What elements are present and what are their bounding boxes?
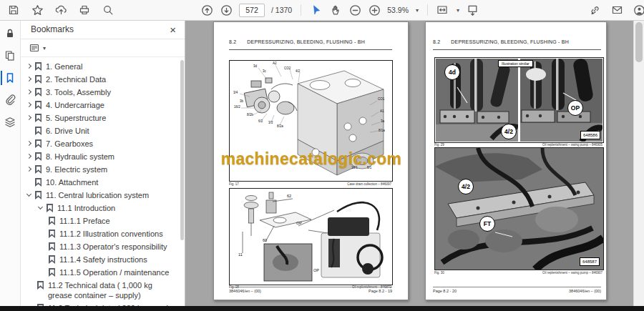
page-number-input[interactable] [239, 4, 265, 17]
zoom-in-icon[interactable] [368, 4, 381, 16]
chevron-right-icon[interactable] [25, 61, 34, 71]
sidebar-item-operators-responsibility[interactable]: 11.1.3 Operator's responsibility [25, 240, 177, 253]
figure-30: 4/2 FT 648587 [434, 147, 604, 270]
chevron-right-icon[interactable] [25, 74, 34, 84]
sidebar-item-technical-data[interactable]: 2. Technical Data [25, 73, 177, 86]
zoom-level-label[interactable]: 53.9% [387, 6, 409, 14]
previous-page-icon[interactable] [200, 4, 213, 16]
chevron-right-icon[interactable] [25, 87, 34, 97]
part-label: CO1 [378, 98, 384, 102]
section-number: 8.2 [433, 39, 440, 44]
sidebar-item-gearboxes[interactable]: 7. Gearboxes [25, 137, 177, 150]
viewer-scrollbar[interactable] [633, 20, 644, 306]
sidebar-item-general[interactable]: 1. General [25, 60, 177, 73]
zoom-dropdown-caret-icon[interactable]: ▾ [416, 7, 419, 14]
sidebar-item-preface[interactable]: 11.1.1 Preface [25, 214, 177, 227]
page-header: 8.2 DEPRESSURIZING, BLEEDING, FLUSHING -… [229, 39, 365, 44]
sidebar-item-electric-system[interactable]: 9. Electric system [25, 163, 177, 176]
bookmark-icon [35, 127, 42, 135]
bookmarks-scrollbar[interactable] [180, 60, 184, 240]
figure-title: Oil replenishment – swing pump – 846905 [542, 143, 602, 147]
toolbar-share-group [588, 0, 644, 20]
page-footer: 3846046/en – (00) Page 8.2 - 19 [229, 287, 392, 293]
sidebar-item-illustration-conventions[interactable]: 11.1.2 Illustration conventions [25, 227, 177, 240]
search-icon[interactable] [102, 4, 114, 16]
pdf-page-right: 8.2 DEPRESSURIZING, BLEEDING, FLUSHING -… [425, 21, 607, 300]
photo-id-badge: 648587 [580, 257, 600, 266]
part-label: 8/2b [247, 114, 253, 117]
part-label: A1 [380, 110, 384, 114]
watermark: machinecatalogic.com [210, 149, 413, 169]
next-page-icon[interactable] [220, 4, 233, 16]
page-number: Page 8.2 - 19 [369, 289, 392, 293]
attachments-icon[interactable] [1, 93, 19, 107]
figure-number: Fig. 17 [229, 182, 239, 186]
page-number: Page 8.2 - 20 [433, 289, 457, 293]
chevron-right-icon[interactable] [25, 164, 34, 174]
part-label: 8/1a [379, 129, 385, 133]
sidebar-item-undercarriage[interactable]: 4. Undercarriage [25, 99, 177, 112]
figure-29: 4d [434, 57, 604, 143]
email-icon[interactable] [610, 4, 623, 16]
protection-lock-icon[interactable] [1, 26, 19, 41]
bookmark-options-caret-icon[interactable]: ▾ [43, 45, 46, 51]
sidebar-rail [0, 20, 21, 306]
figure-title: Oil replenishment – swing pump – 846907 [542, 271, 602, 275]
figure-18: 62 OB OP 60 11 OP [229, 188, 393, 285]
print-icon[interactable] [78, 4, 91, 16]
sidebar-item-safety-instructions[interactable]: 11.1.4 Safety instructions [25, 253, 177, 266]
chevron-right-icon[interactable] [25, 152, 34, 162]
part-label: 3c [263, 70, 266, 74]
toolbar-divider [427, 4, 428, 16]
scroll-mode-icon[interactable] [466, 4, 479, 16]
bookmark-icon [35, 139, 42, 148]
main-content: Bookmarks × ▾ 1. General 2. Technical Da… [0, 20, 644, 306]
star-icon[interactable] [31, 4, 44, 16]
sidebar-item-introduction[interactable]: 11.1 Introduction [25, 202, 177, 214]
chevron-right-icon[interactable] [25, 113, 34, 123]
bookmark-icon [37, 281, 44, 290]
zoom-out-icon[interactable] [348, 4, 361, 16]
chevron-down-icon[interactable] [36, 203, 46, 213]
hand-tool-icon[interactable] [329, 4, 342, 16]
figure-title: Case drain collection – 846097 [347, 182, 391, 186]
sidebar-item-technical-data-1000kg[interactable]: 11.2 Technical data ( 1,000 kg grease co… [25, 279, 177, 302]
chevron-down-icon[interactable] [25, 190, 34, 200]
document-number: 3846046/en – (00) [229, 289, 261, 293]
sidebar-item-drive-unit[interactable]: 6. Drive Unit [25, 124, 177, 137]
viewer-scrollbar-thumb[interactable] [635, 22, 643, 62]
account-icon[interactable] [633, 4, 644, 16]
bookmark-options-icon[interactable] [28, 41, 41, 54]
bookmark-icon [35, 88, 42, 97]
page-thumbnails-icon[interactable] [1, 49, 19, 63]
bookmark-icon [49, 229, 55, 238]
bottom-bar [0, 306, 644, 311]
header-rule [433, 49, 601, 50]
cloud-upload-icon[interactable] [54, 4, 67, 16]
chevron-right-icon[interactable] [25, 100, 34, 110]
bookmark-icon [35, 191, 42, 199]
layers-icon[interactable] [1, 115, 19, 129]
bookmarks-title: Bookmarks [31, 24, 74, 34]
part-label: OP [313, 269, 319, 273]
part-label: 3b [240, 100, 243, 104]
close-icon[interactable]: × [170, 24, 176, 35]
part-label: 11 [238, 253, 243, 257]
sidebar-item-hydraulic-system[interactable]: 8. Hydraulic system [25, 150, 177, 163]
bookmarks-icon[interactable] [1, 71, 19, 85]
save-icon[interactable] [7, 4, 20, 16]
select-tool-icon[interactable] [310, 4, 323, 16]
sidebar-item-central-lubrication[interactable]: 11. Central lubrication system [25, 189, 177, 202]
share-link-icon[interactable] [588, 4, 601, 16]
bookmark-icon [35, 101, 42, 109]
part-label: 3/3 [268, 122, 273, 125]
page-fit-icon[interactable] [436, 4, 449, 16]
chevron-right-icon[interactable] [25, 139, 34, 149]
page-count-label: / 1370 [271, 6, 292, 14]
page-fit-caret-icon[interactable]: ▾ [457, 7, 459, 14]
callout-4-2: 4/2 [501, 124, 517, 139]
sidebar-item-superstructure[interactable]: 5. Superstructure [25, 112, 177, 124]
sidebar-item-tools-assembly[interactable]: 3. Tools, Assembly [25, 86, 177, 99]
sidebar-item-operation-maintenance[interactable]: 11.1.5 Operation / maintenance [25, 266, 177, 279]
sidebar-item-attachment[interactable]: 10. Attachment [25, 176, 177, 189]
